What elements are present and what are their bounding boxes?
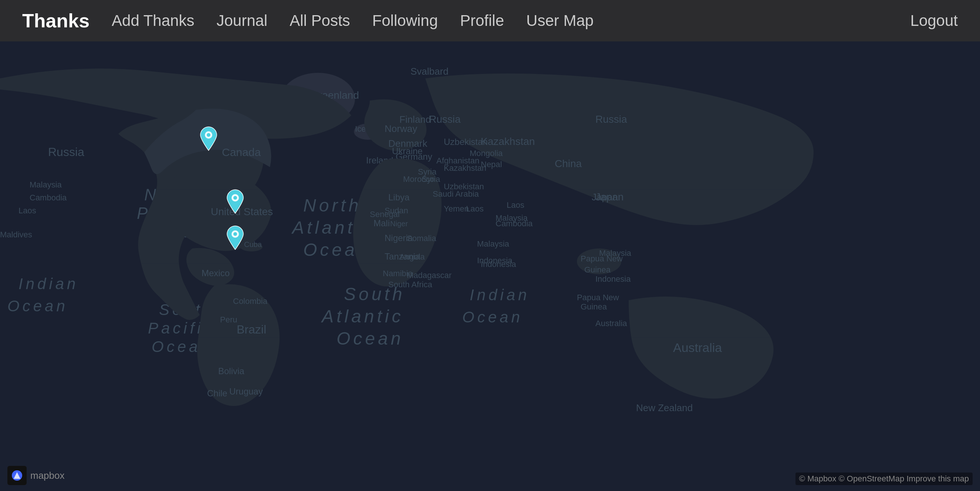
svg-text:Cuba: Cuba — [244, 240, 262, 248]
svg-text:Indonesia: Indonesia — [477, 256, 512, 265]
svg-text:Maldives: Maldives — [0, 230, 32, 239]
svg-text:Malaysia: Malaysia — [477, 239, 510, 248]
svg-text:Russia: Russia — [48, 145, 84, 159]
svg-text:Laos: Laos — [507, 200, 524, 210]
svg-text:Uzbekistan: Uzbekistan — [444, 182, 484, 191]
nav-profile[interactable]: Profile — [460, 12, 504, 30]
svg-text:Atlantic: Atlantic — [321, 307, 404, 326]
svg-text:Uzbekistan: Uzbekistan — [444, 137, 488, 147]
svg-text:Uruguay: Uruguay — [229, 386, 263, 396]
svg-text:Yemen: Yemen — [444, 204, 469, 213]
svg-text:Russia: Russia — [429, 113, 461, 125]
svg-text:North: North — [303, 195, 361, 215]
svg-text:China: China — [555, 158, 582, 169]
svg-text:Mexico: Mexico — [202, 268, 230, 278]
logout-button[interactable]: Logout — [910, 12, 958, 30]
svg-text:Indian: Indian — [470, 286, 530, 303]
map-pin-1[interactable] — [200, 126, 218, 151]
mapbox-logo: mapbox — [7, 466, 65, 485]
svg-text:Russia: Russia — [595, 113, 627, 125]
svg-text:Indian: Indian — [19, 275, 78, 292]
svg-text:Ocean: Ocean — [462, 308, 523, 326]
mapbox-icon — [10, 469, 24, 482]
mapbox-label: mapbox — [30, 470, 65, 481]
svg-point-100 — [233, 196, 237, 200]
svg-text:Morocco: Morocco — [403, 175, 434, 184]
svg-text:Sudan: Sudan — [385, 206, 408, 215]
svg-text:Ocean: Ocean — [7, 297, 68, 315]
svg-text:Somalia: Somalia — [407, 234, 436, 243]
svg-point-98 — [207, 133, 210, 137]
svg-text:Cambodia: Cambodia — [30, 193, 67, 202]
mapbox-logo-box — [7, 466, 27, 485]
svg-text:Ukraine: Ukraine — [392, 146, 423, 156]
svg-text:Svalbard: Svalbard — [410, 66, 449, 77]
nav-user-map[interactable]: User Map — [526, 12, 593, 30]
svg-text:Japan: Japan — [595, 191, 624, 203]
world-map: Arctic Ocean North Pacific Ocean North A… — [0, 41, 980, 491]
svg-text:Peru: Peru — [220, 315, 237, 324]
navbar: Thanks Add Thanks Journal All Posts Foll… — [0, 0, 980, 41]
svg-text:South Africa: South Africa — [388, 280, 432, 289]
svg-point-102 — [233, 232, 237, 236]
svg-text:Bolivia: Bolivia — [218, 366, 245, 376]
svg-text:Malaysia: Malaysia — [496, 213, 528, 222]
svg-text:Chile: Chile — [207, 388, 228, 398]
svg-text:Niger: Niger — [390, 219, 408, 228]
svg-text:Ocean: Ocean — [337, 329, 404, 348]
svg-text:Finland: Finland — [399, 114, 431, 125]
svg-text:Guinea: Guinea — [584, 265, 611, 274]
svg-text:Malaysia: Malaysia — [599, 248, 632, 258]
nav-journal[interactable]: Journal — [216, 12, 267, 30]
nav-following[interactable]: Following — [372, 12, 438, 30]
svg-text:Laos: Laos — [466, 204, 484, 213]
nav-add-thanks[interactable]: Add Thanks — [112, 12, 194, 30]
map-pin-2[interactable] — [226, 189, 244, 214]
map-pin-3[interactable] — [226, 225, 244, 250]
svg-text:Kazakhstan: Kazakhstan — [481, 136, 535, 147]
map-container[interactable]: Arctic Ocean North Pacific Ocean North A… — [0, 41, 980, 491]
brand-logo[interactable]: Thanks — [22, 10, 89, 32]
svg-text:Colombia: Colombia — [233, 297, 268, 306]
svg-text:Australia: Australia — [673, 340, 722, 354]
svg-text:Papua New: Papua New — [577, 293, 619, 302]
svg-text:Australia: Australia — [595, 319, 627, 328]
svg-text:Malaysia: Malaysia — [30, 180, 62, 189]
svg-text:New Zealand: New Zealand — [636, 402, 693, 413]
svg-text:Brazil: Brazil — [237, 323, 266, 336]
svg-text:Mali: Mali — [374, 218, 390, 228]
svg-text:Guinea: Guinea — [581, 302, 607, 311]
svg-text:Mongolia: Mongolia — [470, 149, 503, 158]
svg-text:Libya: Libya — [388, 192, 410, 202]
svg-text:Indonesia: Indonesia — [595, 274, 631, 284]
nav-links: Add Thanks Journal All Posts Following P… — [112, 12, 910, 30]
svg-text:Canada: Canada — [222, 146, 261, 158]
map-attribution[interactable]: © Mapbox © OpenStreetMap Improve this ma… — [795, 472, 973, 485]
svg-text:Madagascar: Madagascar — [407, 271, 452, 280]
svg-text:Kazakhstan: Kazakhstan — [444, 164, 486, 173]
svg-text:Angola: Angola — [399, 252, 425, 261]
svg-text:Laos: Laos — [19, 206, 36, 215]
nav-all-posts[interactable]: All Posts — [290, 12, 350, 30]
